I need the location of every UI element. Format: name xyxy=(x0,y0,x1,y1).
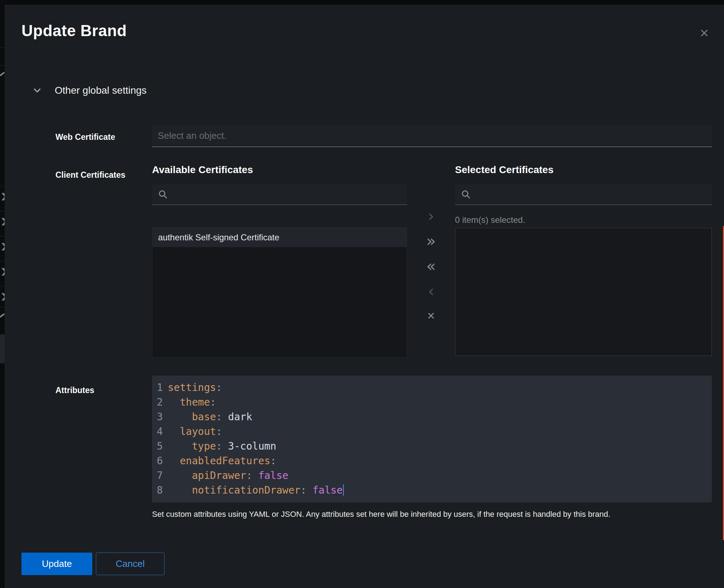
background-divider xyxy=(0,236,5,236)
code-line-6: 6 enabledFeatures: xyxy=(152,454,712,468)
chevron-down-icon xyxy=(33,86,42,95)
background-divider xyxy=(0,307,5,307)
code-line-3: 3 base: dark xyxy=(152,410,712,424)
background-divider xyxy=(0,211,5,211)
text-cursor xyxy=(343,484,344,496)
client-certificates-label: Client Certificates xyxy=(55,170,126,180)
close-icon: ✕ xyxy=(700,26,709,40)
code-line-2: 2 theme: xyxy=(152,395,712,410)
code-line-8: 8 notificationDrawer: false xyxy=(152,483,712,498)
search-icon xyxy=(158,189,168,199)
available-certificates-listbox: authentik Self-signed Certificate xyxy=(152,227,407,358)
search-icon xyxy=(461,189,471,199)
section-toggle-other-global-settings[interactable]: Other global settings xyxy=(33,83,147,98)
move-right-button[interactable]: › xyxy=(420,209,442,223)
background-divider xyxy=(0,48,5,48)
move-left-button[interactable]: ‹ xyxy=(420,284,442,298)
code-line-5: 5 type: 3-column xyxy=(152,439,712,454)
move-all-left-button[interactable]: « xyxy=(420,259,442,273)
attributes-help-text: Set custom attributes using YAML or JSON… xyxy=(152,510,714,519)
background-highlighted-row-fragment xyxy=(0,334,5,363)
selected-search xyxy=(455,184,712,205)
selected-certificates-heading: Selected Certificates xyxy=(455,164,553,176)
background-check-icon-fragment xyxy=(0,72,5,76)
background-divider xyxy=(0,261,5,261)
background-divider xyxy=(0,186,5,186)
available-search xyxy=(152,184,407,205)
modal-title: Update Brand xyxy=(21,22,127,40)
attributes-code-editor[interactable]: 1settings:2 theme:3 base: dark4 layout:5… xyxy=(152,376,712,503)
close-button[interactable]: ✕ xyxy=(694,23,714,43)
attributes-label: Attributes xyxy=(55,386,94,395)
clear-selection-button[interactable]: ✕ xyxy=(420,309,442,323)
transfer-buttons: ›»«‹✕ xyxy=(407,209,455,323)
selected-search-input[interactable] xyxy=(476,184,709,205)
background-divider xyxy=(0,286,5,286)
update-brand-modal: Update Brand ✕ Other global settings Web… xyxy=(5,5,724,588)
available-certificates-heading: Available Certificates xyxy=(152,164,253,176)
background-check-icon-fragment xyxy=(0,313,5,318)
background-divider xyxy=(0,65,5,65)
web-certificate-input[interactable] xyxy=(152,125,712,147)
update-button[interactable]: Update xyxy=(21,553,92,575)
code-line-1: 1settings: xyxy=(152,380,712,395)
background-top-strip xyxy=(0,0,724,5)
selected-status: 0 item(s) selected. xyxy=(455,215,525,225)
code-line-4: 4 layout: xyxy=(152,424,712,439)
move-all-right-button[interactable]: » xyxy=(420,234,442,248)
cancel-button[interactable]: Cancel xyxy=(96,553,165,575)
available-search-input[interactable] xyxy=(173,184,404,205)
selected-certificates-listbox xyxy=(455,228,712,356)
background-page-sliver: ❯ ❯ ❯ ❯ ❯ xyxy=(0,0,5,588)
code-line-7: 7 apiDrawer: false xyxy=(152,468,712,483)
available-certificate-item[interactable]: authentik Self-signed Certificate xyxy=(152,227,407,247)
background-divider xyxy=(0,363,5,364)
section-label: Other global settings xyxy=(55,85,147,96)
web-certificate-label: Web Certificate xyxy=(55,132,115,142)
